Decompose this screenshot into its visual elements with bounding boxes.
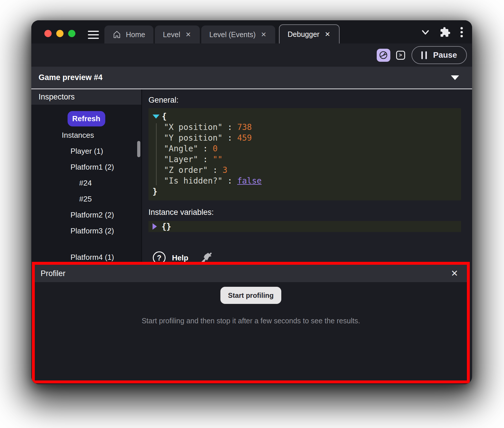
profiler-panel: Profiler ✕ Start profiling Start profili… [32, 262, 470, 383]
indent-guide [156, 123, 157, 185]
expand-triangle-icon[interactable] [153, 223, 157, 230]
json-key: "Y position" [164, 133, 222, 143]
json-viewer: { "X position" : 738"Y position" : 459"A… [148, 108, 461, 200]
sidebar-item-24[interactable]: #24 [31, 175, 141, 191]
json-row-y-position: "Y position" : 459 [153, 133, 461, 143]
console-icon: > [399, 52, 402, 58]
sidebar-item-instances[interactable]: Instances [31, 127, 141, 143]
collapse-triangle-icon[interactable] [153, 115, 159, 119]
kebab-menu-icon[interactable] [460, 27, 463, 38]
app-window: HomeLevel✕Level (Events)✕Debugger✕ [31, 20, 472, 384]
variables-box: {} [148, 221, 461, 232]
maximize-window-icon[interactable] [68, 30, 75, 37]
sidebar-title: Inspectors [39, 93, 75, 101]
tab-bar: HomeLevel✕Level (Events)✕Debugger✕ [104, 24, 340, 43]
dropdown-caret-icon[interactable] [451, 75, 459, 80]
json-key: "X position" [164, 122, 222, 132]
pause-icon [421, 51, 427, 59]
json-row-is-hidden: "Is hidden?" : false [153, 175, 461, 186]
json-value: false [237, 176, 262, 186]
window-action-icons [420, 27, 463, 38]
profiler-close-icon[interactable]: ✕ [449, 269, 460, 278]
sidebar-item-25[interactable]: #25 [31, 191, 141, 207]
open-brace: { [162, 112, 167, 121]
instance-variables-label: Instance variables: [148, 208, 461, 217]
tab-level-events[interactable]: Level (Events)✕ [201, 26, 275, 43]
tab-label: Debugger [288, 30, 320, 39]
sidebar-item-platform2-2[interactable]: Platform2 (2) [31, 207, 141, 223]
extensions-puzzle-icon[interactable] [440, 27, 451, 38]
desktop: HomeLevel✕Level (Events)✕Debugger✕ [0, 0, 504, 428]
help-label[interactable]: Help [172, 253, 188, 262]
json-row-z-order: "Z order" : 3 [153, 165, 461, 175]
titlebar: HomeLevel✕Level (Events)✕Debugger✕ [31, 20, 472, 43]
game-preview-title: Game preview #4 [39, 73, 103, 82]
json-key: "Z order" [164, 165, 208, 175]
json-key: "Layer" [164, 155, 198, 164]
minimize-window-icon[interactable] [56, 30, 64, 37]
sidebar-item-platform1-2[interactable]: Platform1 (2) [31, 159, 141, 175]
json-open-row: { [153, 111, 461, 122]
tab-home[interactable]: Home [104, 26, 153, 43]
profiler-hint: Start profiling and then stop it after a… [35, 317, 467, 325]
tab-close-icon[interactable]: ✕ [260, 31, 267, 39]
start-profiling-button[interactable]: Start profiling [220, 287, 281, 304]
tab-level[interactable]: Level✕ [155, 26, 200, 43]
json-row-x-position: "X position" : 738 [153, 122, 461, 133]
sidebar-scrollbar-thumb[interactable] [137, 141, 140, 157]
debugger-toolbar: > Pause [31, 43, 472, 67]
json-value: 459 [237, 133, 252, 143]
pause-button[interactable]: Pause [411, 46, 467, 64]
json-rows: "X position" : 738"Y position" : 459"Ang… [153, 122, 461, 186]
profiler-body: Start profiling Start profiling and then… [35, 282, 467, 325]
json-row-angle: "Angle" : 0 [153, 143, 461, 154]
chevron-down-icon[interactable] [420, 27, 430, 37]
tab-close-icon[interactable]: ✕ [185, 31, 191, 39]
sidebar-item-player-1[interactable]: Player (1) [31, 143, 141, 159]
tab-label: Level (Events) [209, 30, 256, 39]
close-window-icon[interactable] [44, 30, 52, 37]
json-value: "" [213, 155, 223, 164]
json-value: 738 [237, 122, 252, 132]
variables-value: {} [162, 222, 171, 231]
sidebar-header: Inspectors [31, 89, 141, 105]
tab-label: Home [126, 30, 145, 39]
profiler-header: Profiler ✕ [35, 265, 467, 282]
game-preview-bar[interactable]: Game preview #4 [31, 67, 472, 89]
json-key: "Angle" [164, 144, 198, 153]
sidebar-item-platform3-2[interactable]: Platform3 (2) [31, 223, 141, 239]
json-row-layer: "Layer" : "" [153, 154, 461, 165]
json-close-row: } [153, 186, 461, 197]
json-key: "Is hidden?" [164, 176, 222, 186]
pause-label: Pause [433, 50, 457, 60]
tab-label: Level [163, 30, 180, 39]
json-value: 0 [213, 144, 218, 153]
profiler-gauge-button[interactable] [377, 49, 390, 62]
traffic-lights [44, 30, 75, 37]
general-label: General: [148, 96, 461, 105]
instances-tree: InstancesPlayer (1)Platform1 (2)#24#25Pl… [31, 127, 141, 265]
home-icon [113, 30, 121, 39]
json-value: 3 [222, 165, 227, 175]
refresh-button[interactable]: Refresh [68, 111, 105, 126]
gauge-icon [379, 50, 388, 60]
hamburger-menu-icon[interactable] [88, 31, 99, 39]
tab-close-icon[interactable]: ✕ [324, 30, 331, 38]
console-button[interactable]: > [396, 51, 405, 60]
close-brace: } [153, 187, 157, 196]
profiler-title: Profiler [41, 269, 66, 278]
tab-debugger[interactable]: Debugger✕ [279, 24, 340, 43]
